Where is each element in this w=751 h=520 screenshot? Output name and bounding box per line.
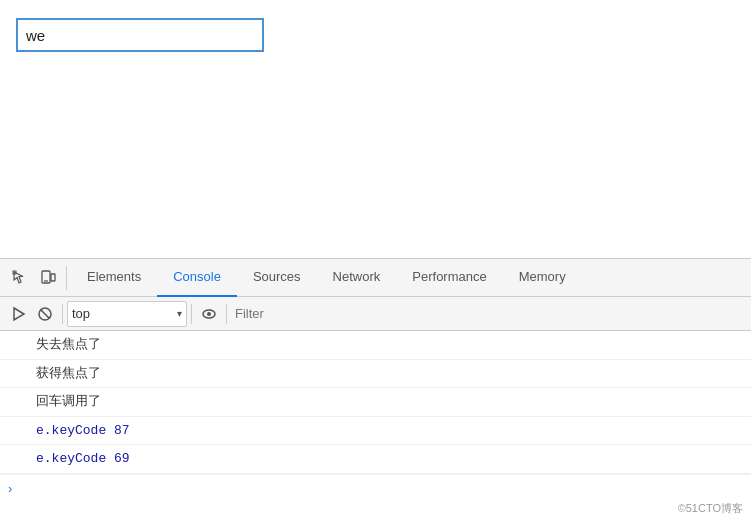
execute-button[interactable] xyxy=(6,301,32,327)
svg-rect-2 xyxy=(51,274,55,281)
search-input[interactable] xyxy=(16,18,264,52)
live-expressions-button[interactable] xyxy=(196,301,222,327)
console-line: 失去焦点了 xyxy=(0,331,751,360)
tab-performance[interactable]: Performance xyxy=(396,259,502,297)
console-line: e.keyCode 69 xyxy=(0,445,751,474)
console-line: 回车调用了 xyxy=(0,388,751,417)
clear-console-button[interactable] xyxy=(32,301,58,327)
console-toolbar: top ▾ xyxy=(0,297,751,331)
console-separator-2 xyxy=(191,304,192,324)
context-selector[interactable]: top ▾ xyxy=(67,301,187,327)
tab-memory[interactable]: Memory xyxy=(503,259,582,297)
console-separator-3 xyxy=(226,304,227,324)
prompt-arrow-icon: › xyxy=(8,481,12,496)
console-output: 失去焦点了 获得焦点了 回车调用了 e.keyCode 87 e.keyCode… xyxy=(0,331,751,520)
devtools-panel: Elements Console Sources Network Perform… xyxy=(0,258,751,520)
tab-console[interactable]: Console xyxy=(157,259,237,297)
inspect-element-button[interactable] xyxy=(6,264,34,292)
tab-network[interactable]: Network xyxy=(317,259,397,297)
device-toolbar-button[interactable] xyxy=(34,264,62,292)
dropdown-arrow-icon: ▾ xyxy=(177,308,182,319)
page-area xyxy=(0,0,751,258)
console-line: e.keyCode 87 xyxy=(0,417,751,446)
toolbar-separator-1 xyxy=(66,266,67,290)
svg-line-6 xyxy=(41,309,50,318)
tab-sources[interactable]: Sources xyxy=(237,259,317,297)
console-line: 获得焦点了 xyxy=(0,360,751,389)
tab-elements[interactable]: Elements xyxy=(71,259,157,297)
svg-marker-4 xyxy=(14,308,24,320)
devtools-top-toolbar: Elements Console Sources Network Perform… xyxy=(0,259,751,297)
console-separator-1 xyxy=(62,304,63,324)
svg-point-8 xyxy=(207,312,211,316)
filter-input[interactable] xyxy=(231,306,745,321)
console-prompt: › xyxy=(0,474,751,502)
